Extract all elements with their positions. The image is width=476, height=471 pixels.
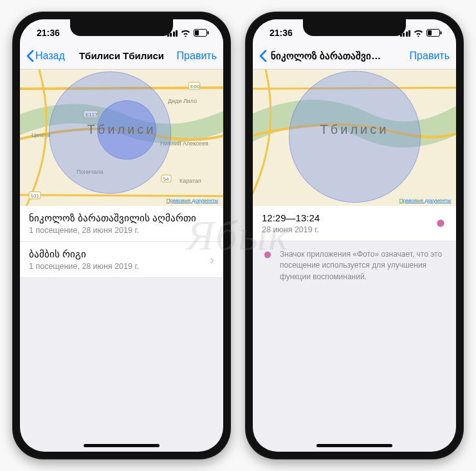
svg-rect-1 [208,32,209,35]
chevron-left-icon [26,50,34,62]
visit-title: ბამბის რიგი [29,248,206,260]
visits-list: ნიკოლოზ ბარათაშვილის აღმართი 1 посещение… [20,206,223,278]
back-button[interactable]: Назад [26,50,65,62]
edit-button[interactable]: Править [410,50,450,62]
info-note: Значок приложения «Фото» означает, что э… [253,241,456,290]
phone-left: 21:36 Назад Тбилиси Тбилиси Править [12,12,231,459]
page-title: ნიკოლოზ ბარათაშვილის აღმ… [271,50,387,62]
wifi-icon [414,30,423,37]
svg-text:Каратап: Каратап [179,178,201,184]
photos-app-icon [434,217,447,230]
back-button[interactable] [259,50,267,62]
photos-app-icon [262,249,273,261]
visit-date: 28 июня 2019 г. [262,225,434,234]
status-time: 21:36 [270,28,293,38]
svg-rect-18 [441,32,442,35]
back-label: Назад [35,50,65,62]
list-item[interactable]: ბამბის რიგი 1 посещение, 28 июня 2019 г.… [20,242,223,278]
visit-time-range: 12:29—13:24 [262,212,434,223]
battery-icon [426,29,442,37]
svg-text:Диди Лило: Диди Лило [168,98,197,104]
phone-right: 21:36 ნიკოლოზ ბარათაშვილის აღმ… Править [245,12,464,459]
svg-text:E60: E60 [190,84,200,89]
edit-button[interactable]: Править [177,50,217,62]
map-view[interactable]: Цкнети Диди Лило Нижний Алексеев Поничал… [20,69,223,206]
home-indicator[interactable] [316,444,392,447]
chevron-right-icon: › [210,252,214,267]
visit-subtitle: 1 посещение, 28 июня 2019 г. [29,262,206,271]
svg-text:Цкнети: Цкнети [32,132,50,138]
notch [70,19,173,36]
map-view[interactable]: Тбилиси Правовые документы [253,69,456,206]
status-time: 21:36 [37,28,60,38]
home-indicator[interactable] [84,444,160,447]
map-city-label: Тбилиси [87,122,156,137]
battery-icon [194,29,209,37]
page-title: Тбилиси Тбилиси [79,50,164,61]
svg-text:ს31: ს31 [31,193,39,199]
map-legal-link[interactable]: Правовые документы [167,198,218,203]
list-item[interactable]: 12:29—13:24 28 июня 2019 г. [253,206,456,241]
wifi-icon [181,30,190,37]
svg-text:ს4: ს4 [163,176,169,182]
svg-rect-2 [195,30,199,35]
visits-list: 12:29—13:24 28 июня 2019 г. [253,206,456,241]
navigation-bar: Назад Тбилиси Тбилиси Править [20,42,223,69]
visit-title: ნიკოლოზ ბარათაშვილის აღმართი [29,212,214,224]
svg-rect-19 [428,30,432,35]
info-note-text: Значок приложения «Фото» означает, что э… [280,249,447,282]
map-legal-link[interactable]: Правовые документы [399,198,451,203]
notch [303,19,406,36]
visit-subtitle: 1 посещение, 28 июня 2019 г. [29,226,214,235]
map-city-label: Тбилиси [320,122,389,137]
list-item[interactable]: ნიკოლოზ ბარათაშვილის აღმართი 1 посещение… [20,206,223,242]
navigation-bar: ნიკოლოზ ბარათაშვილის აღმ… Править [253,42,456,69]
chevron-left-icon [259,50,267,62]
